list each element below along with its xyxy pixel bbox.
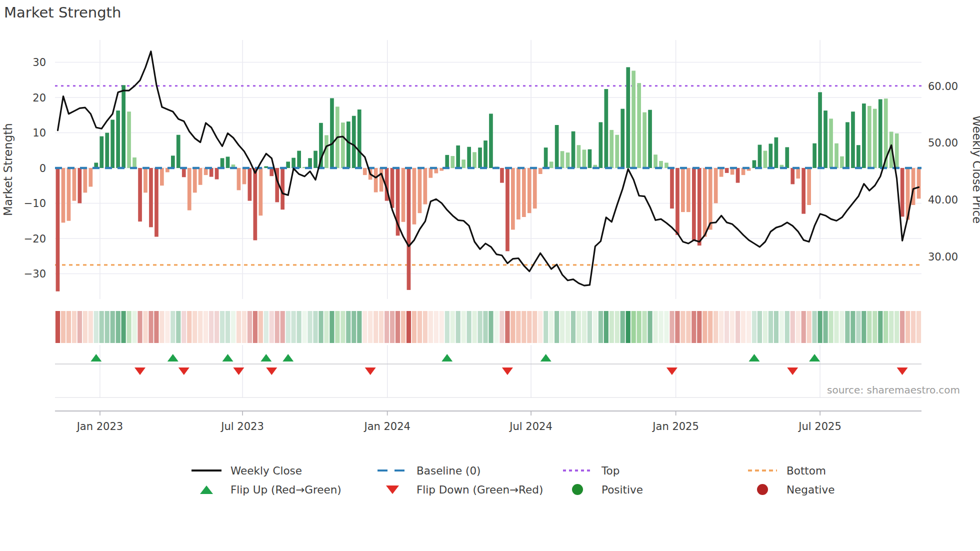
strength-bar <box>615 135 619 168</box>
market-strength-chart: Jan 2023Jul 2023Jan 2024Jul 2024Jan 2025… <box>0 0 980 551</box>
strength-bar <box>484 140 488 168</box>
heatmap-cell <box>357 311 362 343</box>
heatmap-cell <box>845 311 850 343</box>
heatmap-cell <box>434 311 438 343</box>
heatmap-cell <box>620 311 625 343</box>
strength-bar <box>528 168 532 213</box>
left-tick-label: 10 <box>32 127 46 139</box>
heatmap-cell <box>214 311 219 343</box>
legend-label: Baseline (0) <box>416 464 480 477</box>
strength-bar <box>670 168 674 208</box>
strength-bar <box>116 110 120 168</box>
heatmap-cell <box>313 311 318 343</box>
heatmap-cell <box>236 311 241 343</box>
strength-bar <box>324 135 328 168</box>
strength-bar <box>374 168 378 192</box>
heatmap-cell <box>610 311 614 343</box>
heatmap-cell <box>335 311 340 343</box>
strength-bar <box>254 168 258 240</box>
strength-bar <box>154 168 158 237</box>
heatmap-cell <box>615 311 620 343</box>
heatmap-cell <box>478 311 482 343</box>
heatmap-cell <box>763 311 768 343</box>
flip-down-marker <box>266 368 277 375</box>
heatmap-cell <box>802 311 806 343</box>
heatmap-cell <box>560 311 564 343</box>
strength-bar <box>314 151 318 168</box>
heatmap-cell <box>664 311 668 343</box>
strength-bar <box>769 144 773 168</box>
heatmap-cell <box>170 311 175 343</box>
weekly-close-line-icon <box>192 463 222 478</box>
heatmap-cell <box>719 311 724 343</box>
strength-bar <box>138 168 142 222</box>
flip-down-triangle-icon <box>378 482 408 497</box>
heatmap-cell <box>187 311 192 343</box>
flip-up-markers <box>90 354 820 362</box>
strength-bar <box>341 122 345 168</box>
heatmap-cell <box>231 311 236 343</box>
heatmap-cell <box>554 311 559 343</box>
heatmap-cell <box>286 311 290 343</box>
heatmap-cell <box>680 311 685 343</box>
strength-bar <box>725 168 729 173</box>
heatmap-cell <box>483 311 488 343</box>
heatmap-cell <box>275 311 280 343</box>
heatmap-cell <box>258 311 263 343</box>
strength-bar <box>642 112 646 168</box>
heatmap-cell <box>714 311 718 343</box>
strength-bar <box>259 168 263 216</box>
heatmap-cell <box>675 311 680 343</box>
heatmap-cell <box>160 311 164 343</box>
heatmap-cell <box>532 311 537 343</box>
left-tick-label: 30 <box>32 56 46 68</box>
strength-bar <box>171 156 175 168</box>
heatmap-cell <box>462 311 466 343</box>
strength-bar <box>648 110 652 168</box>
heatmap-cell <box>423 311 428 343</box>
legend-item-top: Top <box>562 463 620 478</box>
heatmap-cell <box>692 311 696 343</box>
strength-bar <box>878 100 882 168</box>
right-axis-ticks: 60.0050.0040.0030.00 <box>928 80 958 263</box>
strength-bar <box>582 150 586 168</box>
strength-bar <box>577 145 581 168</box>
heatmap-cell <box>576 311 581 343</box>
heatmap-cell <box>850 311 855 343</box>
strength-bar <box>785 147 789 168</box>
legend-item-bottom: Bottom <box>748 463 826 478</box>
heatmap-cell <box>780 311 784 343</box>
strength-bar <box>610 130 614 168</box>
strength-bar <box>478 148 482 168</box>
x-tick-label: Jan 2025 <box>652 420 699 432</box>
flip-up-marker <box>809 354 820 362</box>
strength-bar <box>511 168 515 230</box>
heatmap-cell <box>346 311 350 343</box>
heatmap-cell <box>132 311 137 343</box>
heatmap-cell <box>884 311 888 343</box>
heatmap-cell <box>472 311 477 343</box>
strength-bar <box>237 168 241 190</box>
heatmap-cell <box>100 311 104 343</box>
strength-bar <box>824 110 828 168</box>
heatmap-cell <box>440 311 444 343</box>
strength-bar <box>686 168 690 212</box>
flip-up-marker <box>168 354 178 362</box>
x-tick-label: Jul 2025 <box>798 420 841 432</box>
heatmap-cell <box>209 311 214 343</box>
heatmap-cell <box>488 311 493 343</box>
heatmap-cell <box>812 311 817 343</box>
left-tick-label: −30 <box>24 268 46 280</box>
strength-bar <box>566 152 570 168</box>
heatmap-cell <box>297 311 302 343</box>
heatmap-cell <box>110 311 115 343</box>
heatmap-cell <box>396 311 400 343</box>
strength-bar <box>346 122 350 168</box>
strength-bar <box>708 168 712 230</box>
heatmap-cell <box>916 311 921 343</box>
flip-down-marker <box>178 368 190 375</box>
heatmap-cell <box>379 311 384 343</box>
legend-label: Flip Down (Green→Red) <box>416 484 543 496</box>
heatmap-cell <box>66 311 71 343</box>
legend-label: Weekly Close <box>230 464 302 477</box>
